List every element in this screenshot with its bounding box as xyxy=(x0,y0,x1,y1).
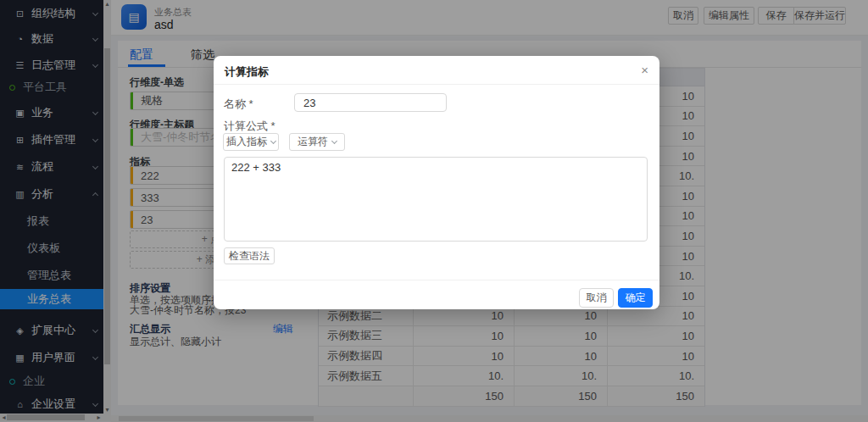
name-input[interactable]: 23 xyxy=(294,93,447,112)
chevron-down-icon xyxy=(270,137,276,143)
modal-title: 计算指标 xyxy=(225,64,269,80)
insert-metric-dropdown[interactable]: 插入指标 xyxy=(223,133,279,151)
calc-metric-modal: 计算指标 × 名称 * 23 计算公式 * 插入指标 运算符 222 + 333… xyxy=(214,56,659,309)
modal-footer-divider xyxy=(214,280,659,280)
operator-dropdown[interactable]: 运算符 xyxy=(289,133,345,151)
formula-textarea[interactable]: 222 + 333 xyxy=(224,157,648,242)
app-root: ⊡ 组织结构 ◔ 数据 ☰ 日志管理 平台工具 ▣ 业务 ⊞ 插件管理 xyxy=(0,0,868,422)
check-syntax-button[interactable]: 检查语法 xyxy=(224,247,275,264)
close-icon[interactable]: × xyxy=(641,63,648,77)
formula-label: 计算公式 * xyxy=(224,119,275,134)
modal-cancel-button[interactable]: 取消 xyxy=(579,288,614,308)
modal-header xyxy=(214,56,659,85)
name-label: 名称 * xyxy=(224,97,253,112)
modal-ok-button[interactable]: 确定 xyxy=(618,288,653,308)
chevron-down-icon xyxy=(331,137,337,143)
